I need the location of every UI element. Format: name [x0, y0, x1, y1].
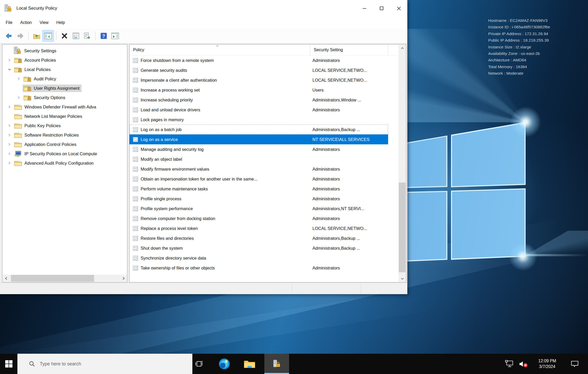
policy-cell: 1010Log on as a service [129, 137, 310, 142]
policy-row[interactable]: 1010Obtain an impersonation token for an… [129, 174, 388, 184]
chevron-right-icon[interactable] [5, 162, 13, 165]
tree-item-software-restriction-policies[interactable]: Software Restriction Policies [2, 130, 127, 140]
policy-doc-icon: 1010 [133, 107, 138, 113]
tree-item-security-settings[interactable]: Security Settings [2, 46, 127, 55]
export-list-button[interactable] [82, 30, 93, 42]
policy-row[interactable]: 1010Perform volume maintenance tasksAdmi… [129, 184, 388, 194]
column-header-policy[interactable]: Policy [129, 44, 310, 55]
chevron-down-icon[interactable] [5, 68, 13, 71]
tree-item-application-control-policies[interactable]: Application Control Policies [2, 140, 127, 149]
chevron-right-icon[interactable] [5, 124, 13, 127]
tree-item-security-options[interactable]: Security Options [2, 93, 127, 102]
policy-row[interactable]: 1010Log on as a serviceNT SERVICE\ALL SE… [129, 134, 388, 144]
up-one-level-button[interactable] [31, 30, 42, 42]
properties-button[interactable] [70, 30, 82, 42]
tree-item-audit-policy[interactable]: Audit Policy [2, 74, 127, 83]
chevron-right-icon[interactable] [5, 59, 13, 62]
tree-item-advanced-audit-policy-configuration[interactable]: Advanced Audit Policy Configuration [2, 158, 127, 168]
chevron-right-icon[interactable] [5, 152, 13, 155]
tree-item-box: Advanced Audit Policy Configuration [13, 159, 96, 167]
security-setting-cell: Administrators [310, 58, 388, 63]
policy-row[interactable]: 1010Log on as a batch jobAdministrators,… [129, 125, 388, 134]
menu-help[interactable]: Help [53, 20, 69, 25]
policy-row[interactable]: 1010Modify an object label [129, 154, 388, 164]
chevron-right-icon[interactable] [5, 133, 13, 137]
scroll-right-arrow[interactable] [120, 277, 127, 280]
policy-row[interactable]: 1010Increase scheduling priorityAdminist… [129, 95, 388, 105]
tree-item-local-policies[interactable]: Local Policies [2, 65, 127, 74]
tree-item-ip-security-policies-on-local-compute[interactable]: IP Security Policies on Local Compute [2, 149, 127, 158]
list-vertical-scrollbar[interactable] [398, 45, 406, 282]
scroll-up-arrow[interactable] [398, 45, 406, 51]
scroll-left-arrow[interactable] [3, 277, 9, 280]
policy-row[interactable]: 1010Profile system performanceAdministra… [129, 204, 388, 214]
edge-browser-button[interactable] [216, 354, 233, 374]
tree-item-public-key-policies[interactable]: Public Key Policies [2, 121, 127, 130]
taskbar-clock[interactable]: 12:09 PM 3/7/2024 [532, 354, 563, 374]
scrollbar-thumb[interactable] [11, 275, 94, 282]
help-button[interactable]: ? [98, 30, 109, 42]
policy-name: Obtain an impersonation token for anothe… [141, 177, 257, 182]
policy-name: Profile system performance [141, 206, 193, 211]
network-tray-icon[interactable] [503, 354, 516, 374]
policy-row[interactable]: 1010Replace a process level tokenLOCAL S… [129, 223, 388, 233]
show-console-tree-button[interactable] [42, 30, 54, 42]
policy-row[interactable]: 1010Force shutdown from a remote systemA… [129, 55, 388, 65]
back-button[interactable] [3, 30, 15, 42]
svg-text:10: 10 [134, 189, 136, 191]
minimize-button[interactable] [356, 0, 373, 17]
taskbar-search[interactable] [17, 354, 192, 374]
policy-row[interactable]: 1010Generate security auditsLOCAL SERVIC… [129, 65, 388, 75]
tree-item-user-rights-assignment[interactable]: User Rights Assignment [2, 83, 127, 93]
policy-row[interactable]: 1010Load and unload device driversAdmini… [129, 105, 388, 115]
policy-name: Synchronize directory service data [141, 256, 206, 261]
policy-name: Perform volume maintenance tasks [141, 186, 208, 191]
policy-doc-icon: 1010 [133, 97, 138, 103]
security-setting-cell: Administrators [310, 177, 388, 182]
title-bar: Local Security Policy [0, 0, 407, 17]
policy-row[interactable]: 1010Take ownership of files or other obj… [129, 263, 388, 273]
search-input[interactable] [39, 361, 175, 367]
start-button[interactable] [0, 354, 17, 374]
tree-item-windows-defender-firewall-with-adva[interactable]: Windows Defender Firewall with Adva [2, 102, 127, 112]
policy-row[interactable]: 1010Impersonate a client after authentic… [129, 75, 388, 85]
policy-row[interactable]: 1010Increase a process working setUsers [129, 85, 388, 95]
action-center-button[interactable] [567, 354, 583, 374]
tree-item-account-policies[interactable]: Account Policies [2, 55, 127, 65]
policy-row[interactable]: 1010Remove computer from docking station… [129, 214, 388, 223]
security-setting-cell: Users [310, 88, 388, 93]
toolbar-separator [56, 31, 56, 40]
tree-item-label: Application Control Policies [24, 142, 76, 147]
chevron-right-icon[interactable] [15, 96, 23, 99]
column-header-security-setting[interactable]: Security Setting [310, 44, 388, 55]
show-action-pane-button[interactable] [109, 30, 121, 42]
tree-item-network-list-manager-policies[interactable]: Network List Manager Policies [2, 112, 127, 121]
chevron-right-icon[interactable] [5, 105, 13, 108]
volume-muted-tray-icon[interactable] [516, 354, 530, 374]
menu-action[interactable]: Action [16, 20, 36, 25]
tree-horizontal-scrollbar[interactable] [3, 275, 127, 282]
status-bar-separator [361, 284, 361, 293]
forward-button[interactable] [15, 30, 26, 42]
policy-row[interactable]: 1010Manage auditing and security logAdmi… [129, 144, 388, 154]
menu-file[interactable]: File [6, 20, 16, 25]
policy-row[interactable]: 1010Synchronize directory service data [129, 253, 388, 263]
scrollbar-thumb[interactable] [399, 183, 406, 272]
maximize-button[interactable] [373, 0, 390, 17]
policy-row[interactable]: 1010Profile single processAdministrators [129, 194, 388, 204]
scroll-down-arrow[interactable] [398, 275, 406, 282]
policy-row[interactable]: 1010Modify firmware environment valuesAd… [129, 164, 388, 174]
folder-lock-icon [14, 66, 22, 73]
policy-row[interactable]: 1010Restore files and directoriesAdminis… [129, 233, 388, 243]
local-security-policy-taskbar-button[interactable] [264, 354, 289, 374]
chevron-right-icon[interactable] [15, 77, 23, 80]
policy-row[interactable]: 1010Shut down the systemAdministrators,B… [129, 243, 388, 253]
menu-view[interactable]: View [36, 20, 52, 25]
policy-row[interactable]: 1010Lock pages in memory [129, 115, 388, 125]
chevron-right-icon[interactable] [5, 143, 13, 146]
task-view-button[interactable] [191, 354, 207, 374]
close-button[interactable] [390, 0, 407, 17]
svg-text:10: 10 [134, 238, 136, 240]
file-explorer-button[interactable] [241, 354, 258, 374]
delete-button[interactable] [59, 30, 70, 42]
